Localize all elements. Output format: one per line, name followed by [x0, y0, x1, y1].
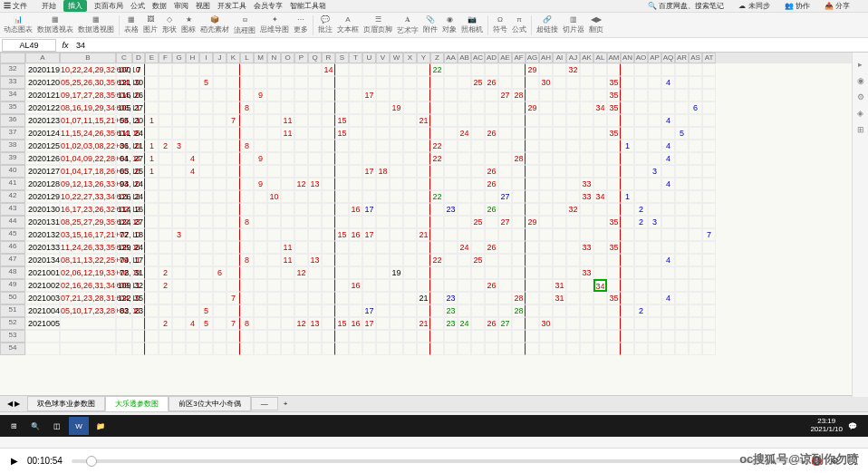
tb-link[interactable]: 🔗超链接 [536, 15, 558, 34]
menu-review[interactable]: 审阅 [174, 1, 188, 11]
progress-bar[interactable] [72, 459, 802, 463]
sheet-tab-3[interactable]: 前区3位大中小奇偶 [169, 396, 250, 411]
menu-formula[interactable]: 公式 [130, 1, 145, 11]
sp-icon[interactable]: ◈ [857, 109, 863, 118]
tb-table[interactable]: ▦表格 [124, 15, 139, 34]
coop-btn[interactable]: 👥 协作 [785, 1, 817, 11]
tb-wordart[interactable]: 𝐀艺术字 [397, 15, 419, 35]
tb-pivot-chart[interactable]: 📊动态图表 [4, 15, 33, 34]
sheet-tab-1[interactable]: 双色球事业参数图 [27, 396, 105, 411]
sp-icon[interactable]: ◉ [857, 76, 864, 85]
progress-thumb[interactable] [86, 456, 97, 467]
tb-slicer[interactable]: ▥切片器 [563, 15, 584, 34]
column-headers: ABCDEFGHIJKLMNOPQRSTUVWXYZAAABACADAEAFAG… [0, 53, 868, 63]
sp-icon[interactable]: ▸ [858, 60, 863, 69]
app-wps[interactable]: W [69, 417, 89, 435]
search-icon[interactable]: 🔍 [25, 417, 45, 435]
share-btn[interactable]: 📤 分享 [825, 1, 857, 11]
sheet-tabs: ◀ ▶ 双色球事业参数图 大乐透参数图 前区3位大中小奇偶 — + [0, 395, 868, 411]
menu-start[interactable]: 开始 [42, 1, 56, 11]
menu-file[interactable]: ☰ 文件 [4, 1, 34, 11]
spreadsheet-grid[interactable]: ABCDEFGHIJKLMNOPQRSTUVWXYZAAABACADAEAFAG… [0, 53, 868, 395]
menu-tools[interactable]: 智能工具箱 [290, 1, 326, 11]
menu-view[interactable]: 视图 [196, 1, 210, 11]
menu-layout[interactable]: 页面布局 [94, 1, 123, 11]
sheet-tab-2[interactable]: 大乐透参数图 [105, 396, 169, 411]
side-panel: ▸ ◉ ⚙ ◈ ⊞ [852, 53, 868, 397]
tb-object[interactable]: ◉对象 [442, 15, 457, 34]
tb-attach[interactable]: 📎附件 [423, 15, 438, 34]
tb-comment[interactable]: 💬批注 [318, 15, 333, 34]
taskview-icon[interactable]: ◫ [47, 417, 67, 435]
start-button[interactable]: ⊞ [4, 417, 24, 435]
menu-insert[interactable]: 插入 [63, 0, 87, 12]
add-sheet-btn[interactable]: + [278, 400, 294, 408]
tb-pivot-chart2[interactable]: ▦数据透视图 [78, 15, 114, 34]
menu-data[interactable]: 数据 [152, 1, 167, 11]
taskbar-clock[interactable]: 23:192021/1/10 [810, 418, 843, 434]
tb-image[interactable]: 🖼图片 [143, 15, 158, 34]
sp-icon[interactable]: ⚙ [857, 92, 864, 101]
menu-special[interactable]: 会员专享 [254, 1, 283, 11]
formula-input[interactable]: 34 [72, 40, 868, 51]
name-box[interactable]: AL49 [2, 39, 56, 52]
fx-label[interactable]: fx [58, 41, 72, 50]
tb-shape[interactable]: ◇形状 [162, 15, 177, 34]
ribbon: 📊动态图表 ▦数据透视表 ▦数据透视图 ▦表格 🖼图片 ◇形状 ★图标 📦稻壳素… [0, 13, 868, 38]
tb-mindmap[interactable]: ✦思维导图 [260, 15, 289, 34]
play-button[interactable]: ▶ [11, 456, 18, 466]
tb-more[interactable]: ⋯更多 [294, 15, 308, 34]
tb-icon[interactable]: ★图标 [181, 15, 196, 34]
sp-icon[interactable]: ⊞ [857, 125, 864, 134]
tb-slider[interactable]: ◀▶翻页 [589, 15, 603, 34]
tb-flow[interactable]: ⧈流程图 [234, 15, 256, 35]
windows-taskbar: ⊞ 🔍 ◫ W 📁 23:192021/1/10 💬 [0, 415, 868, 437]
tb-header[interactable]: ☰页眉页脚 [363, 15, 392, 34]
video-player-bar: ▶ 00:10:54 🔇 ⚙ ⛶ [0, 448, 868, 473]
notif-icon[interactable]: 💬 [843, 417, 863, 435]
cloud-status[interactable]: ☁ 未同步 [738, 1, 776, 11]
tb-camera[interactable]: 📷照相机 [461, 15, 483, 34]
play-time: 00:10:54 [27, 456, 63, 466]
menubar: ☰ 文件 开始 插入 页面布局 公式 数据 审阅 视图 开发工具 会员专享 智能… [0, 0, 868, 13]
formula-bar: AL49 fx 34 [0, 38, 868, 53]
app-folder[interactable]: 📁 [91, 417, 111, 435]
tb-pivot-table[interactable]: ▦数据透视表 [37, 15, 73, 34]
tb-assets[interactable]: 📦稻壳素材 [200, 15, 229, 34]
sheet-tab-4[interactable]: — [251, 397, 278, 410]
tb-equation[interactable]: π公式 [512, 15, 526, 34]
tb-textbox[interactable]: A文本框 [337, 15, 359, 34]
watermark: oc搜狐号@谅到你勿喷 [739, 451, 859, 468]
tb-symbol[interactable]: Ω符号 [493, 15, 507, 34]
search-input[interactable]: 🔍 百度网盘、搜索笔记 [648, 1, 731, 11]
menu-dev[interactable]: 开发工具 [217, 1, 246, 11]
